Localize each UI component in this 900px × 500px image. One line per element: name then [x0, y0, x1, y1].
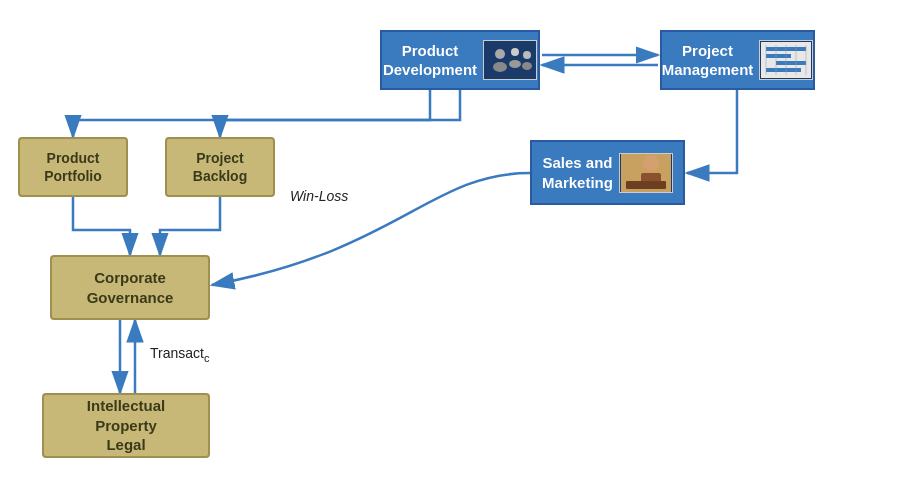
- project-backlog-node: Project Backlog: [165, 137, 275, 197]
- product-portfolio-node: Product Portfolio: [18, 137, 128, 197]
- sales-marketing-label: Sales and Marketing: [542, 153, 613, 192]
- project-backlog-label: Project Backlog: [193, 149, 247, 185]
- project-management-node: Project Management: [660, 30, 815, 90]
- ip-legal-label: Intellectual Property Legal: [60, 396, 192, 455]
- product-development-label: Product Development: [383, 41, 477, 80]
- svg-rect-8: [485, 42, 535, 78]
- svg-rect-18: [776, 61, 806, 65]
- win-loss-label: Win-Loss: [290, 188, 348, 204]
- product-development-thumbnail: [483, 40, 537, 80]
- svg-point-14: [522, 62, 532, 70]
- ip-legal-node: Intellectual Property Legal: [42, 393, 210, 458]
- svg-point-10: [493, 62, 507, 72]
- sales-marketing-thumbnail: [619, 153, 673, 193]
- diagram-container: Product Development Project Management: [0, 0, 900, 500]
- svg-point-13: [523, 51, 531, 59]
- svg-rect-17: [766, 54, 791, 58]
- svg-point-12: [509, 60, 521, 68]
- sales-marketing-node: Sales and Marketing: [530, 140, 685, 205]
- svg-point-26: [643, 155, 659, 171]
- project-management-label: Project Management: [662, 41, 754, 80]
- svg-point-9: [495, 49, 505, 59]
- corporate-governance-label: Corporate Governance: [87, 268, 174, 307]
- svg-rect-28: [626, 181, 666, 189]
- svg-point-11: [511, 48, 519, 56]
- project-management-thumbnail: [759, 40, 813, 80]
- corporate-governance-node: Corporate Governance: [50, 255, 210, 320]
- transact-label: Transactc: [150, 345, 209, 364]
- product-development-node: Product Development: [380, 30, 540, 90]
- product-portfolio-label: Product Portfolio: [44, 149, 102, 185]
